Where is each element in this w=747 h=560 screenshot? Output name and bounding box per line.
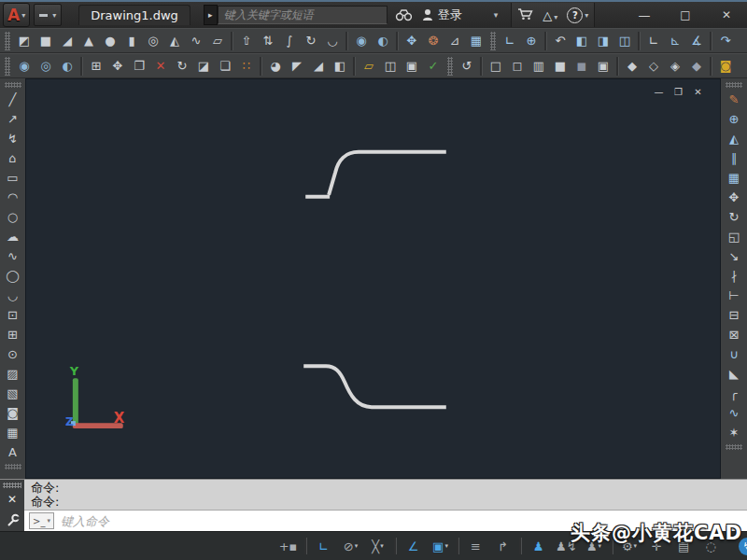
sphere-icon[interactable]: ● (100, 31, 120, 51)
chamfer-edge-icon[interactable]: ◤ (287, 56, 307, 77)
ellipse-icon[interactable]: ◯ (2, 266, 23, 286)
hidden-icon[interactable]: ▥ (529, 56, 549, 77)
insert-block-icon[interactable]: ⊡ (2, 305, 23, 325)
extrude-icon[interactable]: ⇧ (236, 31, 257, 51)
construction-line-icon[interactable]: ↗ (2, 109, 23, 129)
toolbar-drag-handle[interactable] (726, 82, 742, 88)
intersect-icon[interactable]: ◐ (57, 56, 78, 77)
extend-icon[interactable]: ⊢ (724, 286, 745, 305)
extract-edges-icon[interactable]: ⊞ (86, 56, 106, 77)
toolbar-drag-handle[interactable] (5, 57, 10, 76)
polysolid-icon[interactable]: ◩ (14, 31, 35, 51)
copy-edges-icon[interactable]: ❏ (215, 56, 235, 77)
window-close-button[interactable]: ✕ (706, 8, 747, 21)
rotate-icon[interactable]: ↻ (724, 207, 745, 227)
object-snap-tracking-icon[interactable]: ∠ (401, 536, 426, 557)
drawing-minimize-icon[interactable]: — (652, 86, 666, 98)
toolbar-drag-handle[interactable] (447, 57, 453, 76)
union-icon[interactable]: ◉ (351, 31, 372, 51)
toolbar-drag-handle[interactable] (726, 444, 742, 450)
offset-faces-icon[interactable]: ◧ (330, 56, 350, 77)
live-section-icon[interactable]: ↺ (457, 56, 477, 77)
ortho-mode-icon[interactable]: ∟ (311, 536, 336, 557)
gradient-icon[interactable]: ▧ (2, 384, 23, 403)
shell-icon[interactable]: ▣ (402, 56, 422, 77)
dynamic-input-icon[interactable]: +▪ (275, 536, 301, 557)
wireframe-icon[interactable]: ◻ (507, 56, 528, 77)
sweep-icon[interactable]: ∫ (279, 31, 300, 51)
multiline-text-icon[interactable]: A (2, 442, 23, 462)
shaded-icon[interactable]: ▣ (593, 56, 613, 77)
search-input[interactable] (218, 6, 388, 24)
ucs-object-icon[interactable]: ∟ (643, 31, 664, 51)
helix-icon[interactable]: ∿ (186, 31, 206, 51)
loft-icon[interactable]: ◡ (322, 31, 343, 51)
shades-of-gray-icon[interactable]: ◇ (643, 56, 664, 77)
login-button[interactable]: 登录 (422, 7, 462, 23)
fillet-icon[interactable]: ╭ (724, 384, 745, 403)
login-dropdown-icon[interactable]: ▾ (494, 10, 499, 20)
explode-icon[interactable]: ✶ (724, 423, 745, 442)
ucs-origin-icon[interactable]: ◧ (571, 31, 592, 51)
join-icon[interactable]: ∪ (724, 344, 745, 364)
point-icon[interactable]: ⊙ (2, 344, 23, 364)
break-at-point-icon[interactable]: ⊟ (724, 305, 745, 325)
ucs-rotate-x-icon[interactable]: ↷ (715, 31, 736, 51)
color-edges-icon[interactable]: ∷ (236, 56, 257, 77)
ucs-view-icon[interactable]: ◫ (614, 31, 635, 51)
drawn-polyline-top[interactable] (305, 152, 446, 197)
blend-curves-icon[interactable]: ∿ (724, 403, 745, 423)
app-menu-button[interactable]: A ▾ (3, 3, 30, 27)
drawing-restore-icon[interactable]: ❐ (671, 86, 685, 98)
command-customize-button[interactable] (6, 512, 20, 531)
sketchy-icon[interactable]: ◈ (665, 56, 685, 77)
circle-icon[interactable]: ○ (2, 207, 23, 227)
stretch-icon[interactable]: ↘ (724, 246, 745, 266)
rectangle-icon[interactable]: ▭ (2, 168, 23, 188)
imprint-icon[interactable]: ▱ (359, 56, 379, 77)
drawing-canvas[interactable]: Y X Z —❐✕ (25, 78, 721, 479)
subtract-icon[interactable]: ◐ (373, 31, 393, 51)
break-icon[interactable]: ⊠ (724, 325, 745, 344)
rotate-faces-icon[interactable]: ↻ (172, 56, 192, 77)
line-icon[interactable]: ╱ (2, 90, 23, 109)
conceptual-icon[interactable]: ◼ (571, 56, 592, 77)
annotation-visibility-icon[interactable]: ♟ (526, 536, 551, 557)
check-icon[interactable]: ✓ (423, 56, 444, 77)
polygon-icon[interactable]: ⌂ (2, 148, 23, 168)
separate-icon[interactable]: ◫ (380, 56, 401, 77)
shaded-with-edges-icon[interactable]: ◆ (622, 56, 642, 77)
document-tab[interactable]: Drawing1.dwg (78, 5, 190, 25)
union-icon[interactable]: ◉ (14, 56, 35, 77)
quick-access-dropdown-button[interactable]: ▾ (34, 4, 62, 26)
trim-icon[interactable]: ∤ (724, 266, 745, 286)
app-store-cart-button[interactable] (517, 7, 533, 23)
ucs-previous-icon[interactable]: ↶ (550, 31, 571, 51)
copy-faces-icon[interactable]: ❐ (129, 56, 149, 77)
cylinder-icon[interactable]: ▮ (121, 31, 142, 51)
3d-move-icon[interactable]: ✥ (402, 31, 422, 51)
array-icon[interactable]: ▦ (724, 168, 745, 188)
command-drag-handle[interactable] (3, 483, 21, 488)
delete-faces-icon[interactable]: ✕ (150, 56, 171, 77)
copy-icon[interactable]: ⊕ (724, 109, 745, 129)
fillet-edge-icon[interactable]: ◕ (265, 56, 286, 77)
move-faces-icon[interactable]: ✥ (107, 56, 128, 77)
lineweight-icon[interactable]: ≡ (463, 536, 488, 557)
ucs-3point-icon[interactable]: ∡ (686, 31, 707, 51)
object-snap-icon[interactable]: ▣▾ (428, 536, 453, 557)
window-maximize-button[interactable]: □ (665, 8, 706, 21)
realistic-icon[interactable]: ■ (550, 56, 571, 77)
render-icon[interactable]: ◙ (715, 56, 736, 77)
polyline-icon[interactable]: ↯ (2, 129, 23, 148)
revision-cloud-icon[interactable]: ☁ (2, 227, 23, 246)
mirror-icon[interactable]: ◭ (724, 129, 745, 148)
offset-icon[interactable]: ∥ (724, 148, 745, 168)
wedge-icon[interactable]: ◢ (57, 31, 78, 51)
ucs-z-icon[interactable]: ⊾ (665, 31, 685, 51)
toolbar-drag-handle[interactable] (490, 32, 496, 50)
help-button[interactable]: ?▾ (567, 7, 588, 23)
isometric-drafting-icon[interactable]: ╳▾ (365, 536, 390, 557)
3d-array-icon[interactable]: ▦ (466, 31, 486, 51)
3d-align-icon[interactable]: ⊿ (444, 31, 465, 51)
